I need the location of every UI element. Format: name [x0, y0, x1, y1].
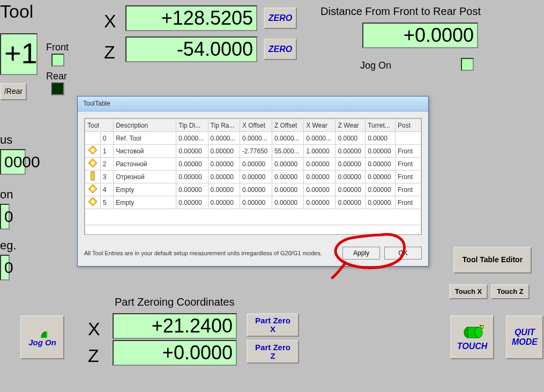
cell[interactable]: 0.0000 [336, 132, 366, 145]
col-header[interactable]: Turret... [366, 119, 396, 132]
col-header[interactable]: X Offset [240, 119, 272, 132]
cell[interactable]: 0 [100, 132, 113, 145]
cell[interactable]: 3 [100, 171, 113, 183]
touch-button[interactable]: TOUCH [450, 315, 494, 359]
cell[interactable]: 4 [100, 183, 113, 196]
cell[interactable]: 0.00000 [272, 183, 303, 196]
cell[interactable]: 0.00000 [240, 158, 272, 171]
apply-button[interactable]: Apply [342, 247, 380, 260]
cell[interactable]: Front [396, 145, 421, 158]
cell[interactable]: 0.0000... [208, 132, 240, 145]
cell[interactable] [396, 132, 421, 145]
cell[interactable]: 55.000... [272, 145, 303, 158]
cell[interactable]: 0.00000 [176, 196, 208, 209]
col-header[interactable]: Description [114, 119, 176, 132]
tooltable-scroll[interactable]: ToolDescriptionTip Di...Tip Ra...X Offse… [85, 119, 421, 235]
partial-dro-3: 0 [0, 255, 10, 280]
cell[interactable]: 5 [100, 196, 113, 209]
cell[interactable]: 0.00000 [336, 183, 366, 196]
cell[interactable]: 0.00000 [366, 183, 396, 196]
cell[interactable]: 0.00000 [366, 196, 396, 209]
cell[interactable]: -2.77650 [240, 145, 272, 158]
distance-dro[interactable]: +0.0000 [362, 23, 478, 48]
cell[interactable]: Empty [114, 183, 176, 196]
cell[interactable]: 0.00000 [336, 158, 366, 171]
table-row[interactable]: 2Расточной0.000000.000000.000000.000000.… [85, 158, 421, 171]
col-header[interactable]: Tip Ra... [208, 119, 240, 132]
cell[interactable]: 0.00000 [272, 171, 303, 183]
col-header[interactable]: Tip Di... [176, 119, 208, 132]
partial-label-eg: eg. [0, 239, 17, 253]
cell[interactable]: 0.00000 [366, 158, 396, 171]
cell[interactable]: 0.00000 [304, 196, 336, 209]
z-zero-button[interactable]: ZERO [264, 39, 297, 60]
cell[interactable]: 0.00000 [240, 183, 272, 196]
cell[interactable]: 0.00000 [208, 158, 240, 171]
col-header[interactable]: Z Wear [336, 119, 366, 132]
z-dro[interactable]: -54.0000 [125, 36, 257, 62]
cell[interactable]: 0.0000 [366, 132, 396, 145]
cell[interactable]: 0.00000 [208, 171, 240, 183]
cell[interactable]: 0.00000 [240, 196, 272, 209]
touch-x-button[interactable]: Touch X [449, 284, 488, 299]
cell[interactable]: 0.00000 [272, 196, 303, 209]
cell[interactable]: Чистовой [114, 145, 176, 158]
quit-mode-button[interactable]: QUIT MODE [506, 315, 543, 359]
table-row[interactable]: 1Чистовой0.000000.00000-2.7765055.000...… [85, 145, 421, 158]
cell[interactable]: Front [396, 158, 421, 171]
cell[interactable]: 0.00000 [176, 145, 208, 158]
table-row[interactable]: 4Empty0.000000.000000.000000.000000.0000… [85, 183, 421, 196]
cell[interactable]: Отрезной [114, 171, 176, 183]
cell[interactable]: 0.00000 [240, 171, 272, 183]
cell[interactable]: 1.00000 [304, 145, 336, 158]
cell[interactable]: 0.00000 [336, 196, 366, 209]
cell[interactable]: Front [396, 196, 421, 209]
cell[interactable]: Ref. Tool [114, 132, 176, 145]
cell[interactable]: 2 [100, 158, 113, 171]
cell[interactable]: Empty [114, 196, 176, 209]
part-zero-x-button[interactable]: Part Zero X [247, 313, 299, 337]
dialog-title[interactable]: ToolTable [78, 97, 428, 112]
part-z-dro[interactable]: +0.0000 [113, 340, 237, 366]
cell[interactable]: 0.00000 [304, 183, 336, 196]
touch-z-button[interactable]: Touch Z [491, 284, 530, 299]
table-row[interactable]: 5Empty0.000000.000000.000000.000000.0000… [85, 196, 421, 209]
table-row[interactable]: 0Ref. Tool0.0000...0.0000...0.0000...0.0… [85, 132, 421, 145]
cell[interactable]: Front [396, 171, 421, 183]
cell[interactable]: 0.00000 [336, 145, 366, 158]
cell[interactable]: 0.00000 [366, 145, 396, 158]
part-zero-z-button[interactable]: Part Zero Z [247, 340, 299, 364]
ok-button[interactable]: OK [384, 247, 422, 260]
part-x-dro[interactable]: +21.2400 [113, 313, 237, 339]
cell[interactable]: 0.00000 [208, 145, 240, 158]
cell[interactable]: 0.0000... [240, 132, 272, 145]
cell[interactable]: 0.00000 [208, 183, 240, 196]
cell[interactable]: 0.0000... [176, 132, 208, 145]
col-header[interactable]: Tool [85, 119, 114, 132]
cell[interactable]: 0.00000 [336, 171, 366, 183]
cell[interactable]: Front [396, 183, 421, 196]
cell[interactable]: 0.00000 [176, 183, 208, 196]
tool-icon-cell [85, 158, 101, 171]
cell[interactable]: 0.0000... [272, 132, 303, 145]
cell[interactable]: 0.00000 [304, 171, 336, 183]
col-header[interactable]: Z Offset [272, 119, 303, 132]
cell[interactable]: 0.00000 [366, 171, 396, 183]
cell[interactable]: 0.00000 [272, 158, 303, 171]
cell[interactable]: Расточной [114, 158, 176, 171]
cell[interactable]: 0.00000 [208, 196, 240, 209]
col-header[interactable]: X Wear [304, 119, 336, 132]
x-zero-button[interactable]: ZERO [264, 8, 297, 29]
jog-on-button[interactable]: Jog On [20, 315, 64, 359]
tool-table-editor-button[interactable]: Tool Table Editor [453, 247, 532, 273]
col-header[interactable]: Post [396, 119, 421, 132]
cell[interactable]: 0.00000 [176, 158, 208, 171]
front-rear-button[interactable]: /Rear [0, 83, 27, 100]
cell[interactable]: 0.0000... [304, 132, 336, 145]
x-dro[interactable]: +128.5205 [125, 5, 257, 31]
tool-icon-cell [85, 171, 101, 183]
cell[interactable]: 0.00000 [304, 158, 336, 171]
cell[interactable]: 0.00000 [176, 171, 208, 183]
table-row[interactable]: 3Отрезной0.000000.000000.000000.000000.0… [85, 171, 421, 183]
cell[interactable]: 1 [100, 145, 113, 158]
